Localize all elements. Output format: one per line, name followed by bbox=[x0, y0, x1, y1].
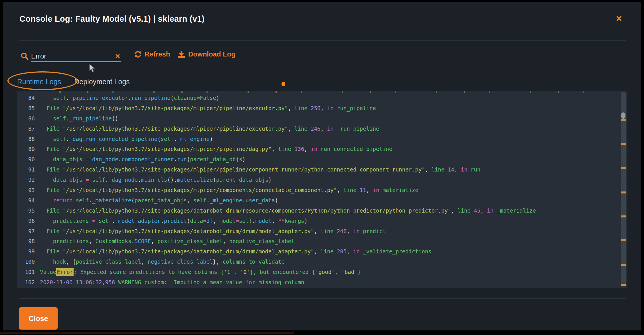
log-line: 99 File "/usr/local/lib/python3.7/site-p… bbox=[17, 246, 627, 257]
log-line: 89 File "/usr/local/lib/python3.7/site-p… bbox=[17, 144, 627, 154]
log-line-text: File "/usr/local/lib/python3.7/site-pack… bbox=[40, 126, 379, 132]
log-line-text: predictions, CustomHooks.SCORE, positive… bbox=[40, 238, 294, 244]
line-number: 91 bbox=[17, 166, 35, 173]
line-number: 97 bbox=[17, 228, 35, 234]
log-line: 85 File "/usr/local/lib/python3.7/site-p… bbox=[17, 103, 627, 113]
console-log-modal: Console Log: Faulty Model (v5.1) | sklea… bbox=[3, 2, 641, 330]
search-match-mark bbox=[621, 264, 626, 266]
search-match-mark bbox=[621, 284, 626, 286]
line-number: 100 bbox=[17, 259, 35, 265]
log-line: 98 predictions, CustomHooks.SCORE, posit… bbox=[17, 236, 627, 246]
search-match-mark bbox=[621, 119, 626, 121]
line-number: 95 bbox=[17, 207, 35, 214]
close-button[interactable]: Close bbox=[19, 307, 58, 330]
log-scrollbar[interactable] bbox=[621, 92, 626, 286]
log-line-text: File "/usr/local/lib/python3.7/site-pack… bbox=[40, 105, 376, 111]
log-line: 1022020-11-06 13:06:32,956 WARNING custo… bbox=[17, 277, 627, 287]
line-number: 92 bbox=[17, 177, 35, 183]
log-line: 97 File "/usr/local/lib/python3.7/site-p… bbox=[17, 226, 627, 236]
close-icon[interactable]: ✕ bbox=[616, 15, 622, 23]
log-line-text: File "/usr/local/lib/python3.7/site-pack… bbox=[40, 207, 536, 214]
clipped-log-line bbox=[44, 91, 616, 93]
log-line-text: File "/usr/local/lib/python3.7/site-pack… bbox=[40, 187, 418, 193]
line-number: 94 bbox=[17, 197, 35, 203]
line-number: 93 bbox=[17, 187, 35, 193]
tab-deployment-logs[interactable]: Deployment Logs bbox=[74, 78, 130, 86]
tab-runtime-logs[interactable]: Runtime Logs bbox=[17, 78, 61, 86]
log-viewer[interactable]: 84 self._pipeline_executor.run_pipeline(… bbox=[17, 91, 627, 288]
search-field: ✕ bbox=[21, 48, 121, 62]
log-line: 92 data_objs = self._dag_node.main_cls()… bbox=[17, 175, 627, 185]
page-title: Console Log: Faulty Model (v5.1) | sklea… bbox=[19, 14, 204, 24]
line-number: 89 bbox=[17, 146, 35, 152]
log-line: 86 self._run_pipeline() bbox=[17, 113, 627, 124]
line-number: 90 bbox=[17, 156, 35, 162]
log-line-text: self._dag.run_connected_pipeline(self._m… bbox=[40, 136, 213, 142]
line-number: 96 bbox=[17, 218, 35, 224]
clear-search-icon[interactable]: ✕ bbox=[114, 53, 121, 60]
log-line-text: ValueError: Expected score predictions t… bbox=[40, 269, 361, 275]
refresh-icon bbox=[134, 51, 142, 58]
background-page-strip bbox=[0, 332, 294, 334]
log-line-text: File "/usr/local/lib/python3.7/site-pack… bbox=[40, 146, 392, 152]
line-number: 87 bbox=[17, 126, 35, 132]
search-icon bbox=[21, 52, 29, 60]
line-number: 102 bbox=[17, 279, 35, 285]
download-log-label: Download Log bbox=[188, 50, 235, 58]
log-line-text: File "/usr/local/lib/python3.7/site-pack… bbox=[40, 248, 432, 255]
line-number: 88 bbox=[17, 136, 35, 142]
line-number: 98 bbox=[17, 238, 35, 244]
log-line-text: File "/usr/local/lib/python3.7/site-pack… bbox=[40, 228, 386, 234]
log-line: 96 predictions = self._model_adapter.pre… bbox=[17, 216, 627, 226]
log-line-text: data_objs = dag_node.component_runner.ru… bbox=[40, 156, 246, 162]
search-input[interactable] bbox=[31, 52, 114, 60]
log-line: 87 File "/usr/local/lib/python3.7/site-p… bbox=[17, 124, 627, 134]
log-line-text: 2020-11-06 13:06:32,956 WARNING custom: … bbox=[40, 279, 304, 285]
log-line: 93 File "/usr/local/lib/python3.7/site-p… bbox=[17, 185, 627, 195]
search-match-mark bbox=[621, 191, 626, 193]
mouse-cursor bbox=[89, 64, 95, 72]
log-line: 90 data_objs = dag_node.component_runner… bbox=[17, 154, 627, 164]
line-number: 99 bbox=[17, 248, 35, 255]
log-line: 100 hook, {positive_class_label, negativ… bbox=[17, 257, 627, 267]
log-line-text: self._run_pipeline() bbox=[40, 115, 118, 122]
log-line: 101ValueError: Expected score prediction… bbox=[17, 267, 627, 277]
log-line-text: return self._materialize(parent_data_obj… bbox=[40, 197, 278, 203]
search-match-mark bbox=[621, 215, 626, 217]
log-line: 84 self._pipeline_executor.run_pipeline(… bbox=[17, 93, 627, 103]
line-number: 85 bbox=[17, 105, 35, 111]
header-divider bbox=[19, 40, 626, 41]
log-line: 91 File "/usr/local/lib/python3.7/site-p… bbox=[17, 164, 627, 175]
log-tabs: Runtime Logs Deployment Logs bbox=[17, 78, 130, 86]
download-icon bbox=[177, 50, 185, 58]
line-number: 86 bbox=[17, 115, 35, 122]
log-line-text: hook, {positive_class_label, negative_cl… bbox=[40, 259, 285, 265]
log-line-text: predictions = self._model_adapter.predic… bbox=[40, 218, 307, 224]
orange-dot-annotation bbox=[282, 82, 285, 86]
log-line-text: self._pipeline_executor.run_pipeline(cle… bbox=[40, 95, 219, 101]
log-line: 95 File "/usr/local/lib/python3.7/site-p… bbox=[17, 205, 627, 216]
search-match-mark bbox=[621, 239, 626, 241]
search-match-mark bbox=[621, 167, 626, 169]
scrollbar-thumb[interactable] bbox=[621, 112, 625, 119]
log-line: 94 return self._materialize(parent_data_… bbox=[17, 195, 627, 205]
log-line: 88 self._dag.run_connected_pipeline(self… bbox=[17, 134, 627, 144]
footer-divider bbox=[19, 298, 626, 299]
line-number: 84 bbox=[17, 95, 35, 101]
search-underline: ✕ bbox=[31, 52, 121, 62]
line-number: 101 bbox=[17, 269, 35, 275]
log-line-text: data_objs = self._dag_node.main_cls().ma… bbox=[40, 177, 272, 183]
download-log-button[interactable]: Download Log bbox=[177, 50, 235, 58]
log-lines-container: 84 self._pipeline_executor.run_pipeline(… bbox=[17, 93, 627, 287]
refresh-label: Refresh bbox=[145, 50, 170, 58]
search-match-mark bbox=[621, 143, 626, 145]
refresh-button[interactable]: Refresh bbox=[134, 50, 170, 58]
log-line-text: File "/usr/local/lib/python3.7/site-pack… bbox=[40, 166, 480, 173]
